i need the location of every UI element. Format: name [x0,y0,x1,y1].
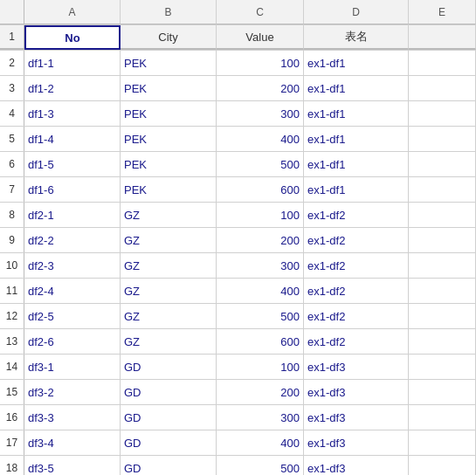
cell-tablename-13[interactable]: ex1-df2 [304,329,409,354]
cell-no-7[interactable]: df1-6 [24,177,121,202]
table-row: 10 df2-3 GZ 300 ex1-df2 [0,253,476,279]
cell-tablename-17[interactable]: ex1-df3 [304,430,409,455]
cell-city-14[interactable]: GD [121,355,217,379]
cell-e-17 [409,430,476,455]
cell-tablename-11[interactable]: ex1-df2 [304,279,409,303]
cell-no-6[interactable]: df1-5 [24,152,121,176]
cell-no-17[interactable]: df3-4 [24,430,121,455]
cell-no-10[interactable]: df2-3 [24,253,121,278]
col-letter-a: A [24,0,121,24]
cell-no-18[interactable]: df3-5 [24,456,121,475]
cell-value-6[interactable]: 500 [217,152,304,176]
cell-city-9[interactable]: GZ [121,228,217,252]
row-num-11: 11 [0,279,24,303]
cell-city-15[interactable]: GD [121,380,217,404]
cell-value-2[interactable]: 100 [217,51,304,75]
table-row: 2 df1-1 PEK 100 ex1-df1 [0,51,476,76]
row-num-12: 12 [0,304,24,328]
cell-city-6[interactable]: PEK [121,152,217,176]
cell-tablename-9[interactable]: ex1-df2 [304,228,409,252]
table-row: 11 df2-4 GZ 400 ex1-df2 [0,279,476,304]
cell-tablename-8[interactable]: ex1-df2 [304,203,409,227]
row-num-5: 5 [0,127,24,151]
cell-no-5[interactable]: df1-4 [24,127,121,151]
cell-tablename-12[interactable]: ex1-df2 [304,304,409,328]
cell-value-11[interactable]: 400 [217,279,304,303]
cell-no-9[interactable]: df2-2 [24,228,121,252]
cell-e-18 [409,456,476,475]
spreadsheet: A B C D E 1 No City Value 表名 2 df1-1 PEK… [0,0,476,475]
cell-value-10[interactable]: 300 [217,253,304,278]
cell-city-16[interactable]: GD [121,405,217,430]
cell-e-8 [409,203,476,227]
cell-tablename-16[interactable]: ex1-df3 [304,405,409,430]
cell-e-13 [409,329,476,354]
corner-cell [0,0,24,24]
cell-city-3[interactable]: PEK [121,76,217,100]
table-row: 12 df2-5 GZ 500 ex1-df2 [0,304,476,329]
cell-city-18[interactable]: GD [121,456,217,475]
cell-e-12 [409,304,476,328]
cell-no-4[interactable]: df1-3 [24,101,121,126]
col-letter-d: D [304,0,409,24]
row-num-2: 2 [0,51,24,75]
cell-city-17[interactable]: GD [121,430,217,455]
cell-e-7 [409,177,476,202]
row-num-15: 15 [0,380,24,404]
cell-tablename-5[interactable]: ex1-df1 [304,127,409,151]
cell-value-7[interactable]: 600 [217,177,304,202]
cell-tablename-14[interactable]: ex1-df3 [304,355,409,379]
cell-value-17[interactable]: 400 [217,430,304,455]
cell-value-18[interactable]: 500 [217,456,304,475]
cell-value-3[interactable]: 200 [217,76,304,100]
table-row: 5 df1-4 PEK 400 ex1-df1 [0,127,476,152]
cell-value-16[interactable]: 300 [217,405,304,430]
cell-tablename-6[interactable]: ex1-df1 [304,152,409,176]
cell-city-8[interactable]: GZ [121,203,217,227]
cell-value-4[interactable]: 300 [217,101,304,126]
cell-city-11[interactable]: GZ [121,279,217,303]
col-header-no[interactable]: No [24,25,121,50]
cell-tablename-3[interactable]: ex1-df1 [304,76,409,100]
cell-value-5[interactable]: 400 [217,127,304,151]
col-header-city[interactable]: City [121,25,217,50]
cell-no-13[interactable]: df2-6 [24,329,121,354]
cell-no-16[interactable]: df3-3 [24,405,121,430]
cell-e-3 [409,76,476,100]
header-row: 1 No City Value 表名 [0,25,476,51]
cell-value-15[interactable]: 200 [217,380,304,404]
cell-no-11[interactable]: df2-4 [24,279,121,303]
cell-e-14 [409,355,476,379]
cell-no-14[interactable]: df3-1 [24,355,121,379]
cell-no-3[interactable]: df1-2 [24,76,121,100]
cell-tablename-4[interactable]: ex1-df1 [304,101,409,126]
cell-city-2[interactable]: PEK [121,51,217,75]
row-num-17: 17 [0,430,24,455]
col-header-tablename[interactable]: 表名 [304,25,409,50]
cell-no-15[interactable]: df3-2 [24,380,121,404]
col-header-value[interactable]: Value [217,25,304,50]
cell-city-4[interactable]: PEK [121,101,217,126]
table-row: 14 df3-1 GD 100 ex1-df3 [0,355,476,380]
cell-no-8[interactable]: df2-1 [24,203,121,227]
cell-city-5[interactable]: PEK [121,127,217,151]
cell-city-12[interactable]: GZ [121,304,217,328]
cell-no-12[interactable]: df2-5 [24,304,121,328]
cell-tablename-15[interactable]: ex1-df3 [304,380,409,404]
cell-city-10[interactable]: GZ [121,253,217,278]
cell-value-14[interactable]: 100 [217,355,304,379]
cell-tablename-2[interactable]: ex1-df1 [304,51,409,75]
cell-city-7[interactable]: PEK [121,177,217,202]
cell-value-9[interactable]: 200 [217,228,304,252]
cell-no-2[interactable]: df1-1 [24,51,121,75]
table-row: 3 df1-2 PEK 200 ex1-df1 [0,76,476,101]
cell-value-12[interactable]: 500 [217,304,304,328]
col-header-e [409,25,476,50]
row-num-18: 18 [0,456,24,475]
cell-city-13[interactable]: GZ [121,329,217,354]
cell-value-8[interactable]: 100 [217,203,304,227]
cell-value-13[interactable]: 600 [217,329,304,354]
cell-tablename-10[interactable]: ex1-df2 [304,253,409,278]
cell-tablename-7[interactable]: ex1-df1 [304,177,409,202]
cell-tablename-18[interactable]: ex1-df3 [304,456,409,475]
